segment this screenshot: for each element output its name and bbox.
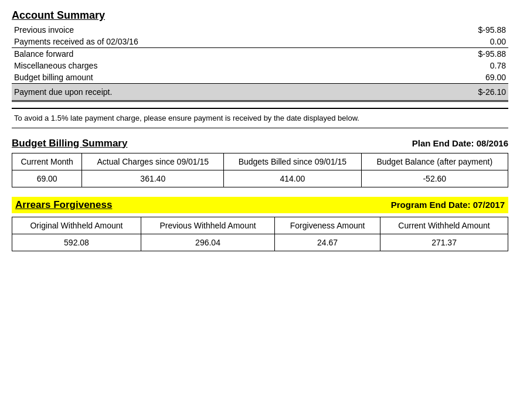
cell-previous-withheld: 296.04 [141,234,274,251]
col-header-budget-balance: Budget Balance (after payment) [361,153,508,170]
cell-budgets-billed: 414.00 [224,170,361,187]
arrears-forgiveness-table: Original Withheld Amount Previous Withhe… [12,217,508,251]
row-label: Previous invoice [12,24,408,36]
payment-due-amount: $-26.10 [408,84,508,101]
account-summary-table: Previous invoice $-95.88 Payments receiv… [12,24,508,102]
col-header-forgiveness-amount: Forgiveness Amount [275,217,380,234]
table-row: Balance forward $-95.88 [12,48,508,60]
program-end-date: Program End Date: 07/2017 [391,200,505,210]
cell-actual-charges: 361.40 [82,170,224,187]
table-header-row: Original Withheld Amount Previous Withhe… [12,217,508,234]
cell-current-withheld: 271.37 [380,234,508,251]
table-row: Budget billing amount 69.00 [12,71,508,84]
col-header-current-withheld: Current Withheld Amount [380,217,508,234]
row-label: Budget billing amount [12,71,408,84]
col-header-current-month: Current Month [12,153,82,170]
table-row: Payments received as of 02/03/16 0.00 [12,36,508,48]
arrears-forgiveness-section: Arrears Forgiveness Program End Date: 07… [12,197,508,251]
budget-billing-section: Budget Billing Summary Plan End Date: 08… [12,138,508,187]
payment-due-label: Payment due upon receipt. [12,84,408,101]
budget-billing-header: Budget Billing Summary Plan End Date: 08… [12,138,508,149]
row-label: Payments received as of 02/03/16 [12,36,408,48]
row-amount: 69.00 [408,71,508,84]
cell-current-month: 69.00 [12,170,82,187]
budget-billing-title: Budget Billing Summary [12,138,127,149]
table-row: Miscellaneous charges 0.78 [12,60,508,71]
budget-billing-table: Current Month Actual Charges since 09/01… [12,153,508,187]
account-summary-title: Account Summary [12,9,508,22]
row-amount: $-95.88 [408,24,508,36]
plan-end-date: Plan End Date: 08/2016 [412,138,508,148]
arrears-header: Arrears Forgiveness Program End Date: 07… [12,197,508,213]
col-header-original-withheld: Original Withheld Amount [12,217,141,234]
late-payment-notice: To avoid a 1.5% late payment charge, ple… [12,108,508,128]
row-amount: $-95.88 [408,48,508,60]
cell-original-withheld: 592.08 [12,234,141,251]
arrears-title: Arrears Forgiveness [15,199,112,211]
table-row: Previous invoice $-95.88 [12,24,508,36]
cell-forgiveness-amount: 24.67 [275,234,380,251]
row-label: Balance forward [12,48,408,60]
row-amount: 0.00 [408,36,508,48]
col-header-previous-withheld: Previous Withheld Amount [141,217,274,234]
col-header-actual-charges: Actual Charges since 09/01/15 [82,153,224,170]
table-row: 592.08 296.04 24.67 271.37 [12,234,508,251]
table-row: 69.00 361.40 414.00 -52.60 [12,170,508,187]
payment-due-row: Payment due upon receipt. $-26.10 [12,84,508,101]
account-summary-section: Account Summary Previous invoice $-95.88… [12,9,508,128]
row-label: Miscellaneous charges [12,60,408,71]
row-amount: 0.78 [408,60,508,71]
cell-budget-balance: -52.60 [361,170,508,187]
col-header-budgets-billed: Budgets Billed since 09/01/15 [224,153,361,170]
table-header-row: Current Month Actual Charges since 09/01… [12,153,508,170]
